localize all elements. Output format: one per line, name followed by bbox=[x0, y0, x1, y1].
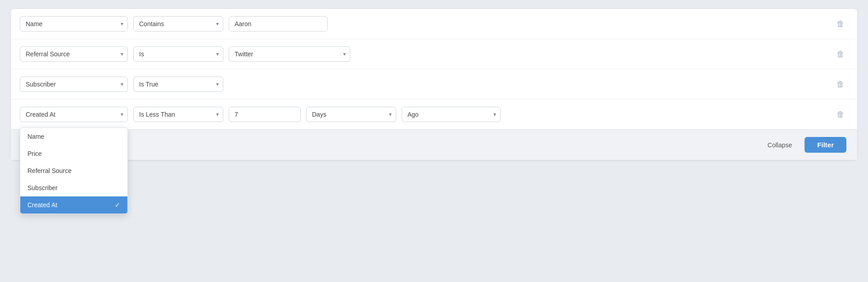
collapse-button[interactable]: Collapse bbox=[760, 138, 799, 152]
operator-select-1[interactable]: Contains Does Not Contain Is Is Not bbox=[133, 16, 223, 32]
dropdown-item-subscriber[interactable]: Subscriber bbox=[20, 179, 127, 196]
value-select-2[interactable]: Twitter Facebook Instagram Google bbox=[229, 46, 350, 62]
field-select-wrapper-4: Name Price Referral Source Subscriber Cr… bbox=[20, 107, 128, 122]
value-select-wrapper-2: Twitter Facebook Instagram Google ▾ bbox=[229, 46, 350, 62]
delete-row-3-button[interactable]: 🗑 bbox=[833, 78, 848, 91]
filter-rows-container: Name Price Referral Source Subscriber Cr… bbox=[11, 9, 857, 129]
field-select-1[interactable]: Name Price Referral Source Subscriber Cr… bbox=[20, 16, 128, 32]
field-dropdown-4: Name Price Referral Source Subscriber Cr… bbox=[20, 127, 128, 214]
field-select-2[interactable]: Name Price Referral Source Subscriber Cr… bbox=[20, 46, 128, 62]
operator-select-3[interactable]: Is True Is False bbox=[133, 77, 223, 92]
operator-select-2[interactable]: Is Is Not Contains bbox=[133, 46, 223, 62]
delete-row-4-button[interactable]: 🗑 bbox=[833, 108, 848, 121]
field-select-3[interactable]: Name Price Referral Source Subscriber Cr… bbox=[20, 77, 128, 92]
timeframe-select-4[interactable]: Ago From Now bbox=[402, 107, 501, 122]
unit-select-wrapper-4: Minutes Hours Days Weeks Months ▾ bbox=[306, 107, 396, 122]
field-select-wrapper-2: Name Price Referral Source Subscriber Cr… bbox=[20, 46, 128, 62]
dropdown-item-price[interactable]: Price bbox=[20, 145, 127, 162]
unit-select-4[interactable]: Minutes Hours Days Weeks Months bbox=[306, 107, 396, 122]
operator-select-wrapper-2: Is Is Not Contains ▾ bbox=[133, 46, 223, 62]
delete-row-2-button[interactable]: 🗑 bbox=[833, 48, 848, 61]
dropdown-item-referral-source[interactable]: Referral Source bbox=[20, 162, 127, 179]
filter-row-1: Name Price Referral Source Subscriber Cr… bbox=[11, 9, 857, 39]
field-select-wrapper-1: Name Price Referral Source Subscriber Cr… bbox=[20, 16, 128, 32]
footer-row: Collapse Filter bbox=[11, 129, 857, 160]
filter-row-2: Name Price Referral Source Subscriber Cr… bbox=[11, 39, 857, 69]
operator-select-4[interactable]: Is Is Less Than Is Greater Than Is Betwe… bbox=[133, 107, 223, 122]
value-input-1[interactable] bbox=[229, 16, 328, 32]
dropdown-item-name[interactable]: Name bbox=[20, 128, 127, 145]
filter-panel: Name Price Referral Source Subscriber Cr… bbox=[11, 9, 857, 160]
operator-select-wrapper-3: Is True Is False ▾ bbox=[133, 77, 223, 92]
filter-button[interactable]: Filter bbox=[805, 137, 846, 153]
timeframe-select-wrapper-4: Ago From Now ▾ bbox=[402, 107, 501, 122]
delete-row-1-button[interactable]: 🗑 bbox=[833, 18, 848, 31]
operator-select-wrapper-4: Is Is Less Than Is Greater Than Is Betwe… bbox=[133, 107, 223, 122]
filter-row-3: Name Price Referral Source Subscriber Cr… bbox=[11, 69, 857, 100]
field-select-4[interactable]: Name Price Referral Source Subscriber Cr… bbox=[20, 107, 128, 122]
field-select-wrapper-3: Name Price Referral Source Subscriber Cr… bbox=[20, 77, 128, 92]
value-input-4[interactable] bbox=[229, 107, 301, 122]
check-icon: ✓ bbox=[115, 201, 120, 209]
filter-row-4: Name Price Referral Source Subscriber Cr… bbox=[11, 100, 857, 129]
operator-select-wrapper-1: Contains Does Not Contain Is Is Not ▾ bbox=[133, 16, 223, 32]
dropdown-item-created-at[interactable]: Created At ✓ bbox=[20, 196, 127, 214]
